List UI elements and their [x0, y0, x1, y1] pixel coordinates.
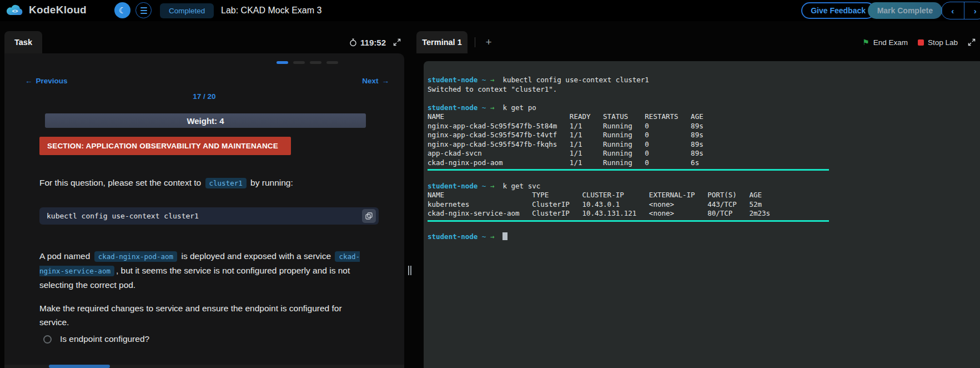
question-pager: ‹ ›: [941, 2, 980, 19]
terminal-line: Switched to context "cluster1".: [428, 85, 973, 95]
task-instruction: Make the required changes to service and…: [39, 301, 373, 329]
prompt-host: student-node: [428, 182, 478, 190]
prompt-gap: [494, 182, 502, 190]
terminal-output: NAME TYPE CLUSTER-IP EXTERNAL-IP PORT(S)…: [428, 191, 762, 199]
weight-bar: Weight: 4: [45, 113, 366, 128]
question-counter: 17 / 20: [4, 92, 404, 101]
inline-code: ckad-nginx-pod-aom: [94, 251, 177, 262]
prompt-host: student-node: [428, 232, 478, 241]
add-terminal-button[interactable]: +: [480, 31, 497, 53]
stopwatch-icon: [349, 38, 357, 47]
prompt-cwd: ~: [478, 76, 490, 84]
expand-terminal-icon[interactable]: [968, 38, 976, 46]
terminal-body[interactable]: student-node ~ → kubectl config use-cont…: [424, 61, 980, 368]
terminal-blank-line: [428, 223, 973, 233]
task-description: A pod named ckad-nginx-pod-aom is deploy…: [39, 249, 373, 292]
arrow-left-icon: ←: [25, 77, 33, 85]
prompt-cwd: ~: [478, 182, 490, 190]
terminal-line: student-node ~ → k get po: [428, 103, 973, 113]
prompt-host: student-node: [428, 76, 478, 84]
panel-resize-handle[interactable]: [408, 266, 411, 275]
app-window: <> KodeKloud ☾ Completed Lab: CKAD Mock …: [0, 0, 980, 368]
terminal-cursor: [502, 232, 507, 240]
progress-dash: [277, 61, 288, 64]
terminal-line: ckad-nginx-service-aom ClusterIP 10.43.1…: [428, 209, 973, 218]
next-label: Next: [362, 77, 378, 85]
task-intro: For this question, please set the contex…: [39, 176, 373, 190]
copy-command-button[interactable]: [362, 209, 376, 223]
lab-title: Lab: CKAD Mock Exam 3: [221, 0, 321, 21]
endpoint-radio-label: Is endpoint configured?: [60, 334, 149, 344]
menu-button[interactable]: [135, 2, 152, 18]
copy-icon: [365, 212, 373, 220]
endpoint-radio[interactable]: [43, 335, 52, 344]
section-banner: SECTION: APPLICATION OBSERVABILITY AND M…: [39, 137, 291, 155]
terminal-output: nginx-app-ckad-5c95f547fb-5t84m 1/1 Runn…: [428, 122, 703, 130]
prompt-host: student-node: [428, 103, 478, 112]
terminal-output: nginx-app-ckad-5c95f547fb-fkqhs 1/1 Runn…: [428, 140, 703, 148]
top-bar: <> KodeKloud ☾ Completed Lab: CKAD Mock …: [0, 0, 980, 21]
text-segment: by running:: [248, 178, 293, 187]
terminal-line: ckad-nginx-pod-aom 1/1 Running 0 6s: [428, 158, 973, 168]
stop-lab-button[interactable]: Stop Lab: [918, 38, 958, 47]
prompt-gap: [494, 76, 502, 84]
question-check-row: Is endpoint configured?: [43, 334, 149, 344]
terminal-line: nginx-app-ckad-5c95f547fb-fkqhs 1/1 Runn…: [428, 140, 973, 150]
stop-lab-label: Stop Lab: [928, 38, 958, 47]
terminal-line: app-ckad-svcn 1/1 Running 0 89s: [428, 149, 973, 158]
kodekloud-logo-icon: <>: [6, 3, 24, 17]
terminal-controls: ⚑ End Exam Stop Lab: [862, 31, 976, 53]
task-horizontal-scrollbar: [4, 365, 404, 368]
text-segment: is deployed and exposed with a service: [179, 251, 333, 261]
terminal-separator: [428, 169, 829, 171]
task-body: ← Previous Next → 17 / 20 Weight: 4 SECT…: [4, 53, 404, 368]
inline-code: cluster1: [205, 178, 247, 188]
chevron-left-icon[interactable]: ‹: [942, 2, 964, 19]
stop-square-icon: [918, 39, 924, 46]
tab-task[interactable]: Task: [4, 31, 42, 53]
text-segment: A pod named: [39, 251, 93, 261]
progress-dash: [326, 61, 338, 64]
end-exam-button[interactable]: ⚑ End Exam: [862, 38, 908, 47]
tab-terminal-1[interactable]: Terminal 1: [416, 31, 468, 53]
previous-question-link[interactable]: ← Previous: [25, 77, 68, 85]
terminal-output: ckad-nginx-service-aom ClusterIP 10.43.1…: [428, 209, 770, 217]
task-scrollbar-thumb[interactable]: [49, 365, 110, 368]
command-text: kubectl config use-context cluster1: [39, 212, 199, 220]
terminal-line: nginx-app-ckad-5c95f547fb-5t84m 1/1 Runn…: [428, 122, 973, 131]
prompt-cwd: ~: [478, 232, 490, 241]
task-panel-controls: 119:52: [349, 31, 401, 53]
terminal-output: app-ckad-svcn 1/1 Running 0 89s: [428, 149, 703, 157]
terminal-output: NAME READY STATUS RESTARTS AGE: [428, 112, 703, 121]
terminal-panel: Terminal 1 + ⚑ End Exam Stop Lab student…: [416, 31, 980, 368]
exam-timer: 119:52: [349, 38, 386, 47]
terminal-output: kubernetes ClusterIP 10.43.0.1 <none> 44…: [428, 200, 762, 208]
timer-value: 119:52: [360, 38, 386, 47]
end-exam-label: End Exam: [873, 38, 908, 47]
terminal-command: kubectl config use-context cluster1: [502, 76, 649, 84]
text-segment: For this question, please set the contex…: [39, 178, 204, 187]
brand-name: KodeKloud: [29, 4, 87, 16]
progress-dashes: [277, 61, 338, 64]
prompt-cwd: ~: [478, 103, 490, 112]
give-feedback-button[interactable]: Give Feedback: [801, 2, 875, 19]
next-question-link[interactable]: Next →: [362, 77, 389, 85]
prompt-gap: [494, 103, 502, 112]
dark-mode-toggle[interactable]: ☾: [114, 2, 130, 18]
terminal-blank-line: [428, 172, 973, 182]
task-panel: Task 119:52 ← Previous: [4, 31, 404, 368]
terminal-line: nginx-app-ckad-5c95f547fb-t4vtf 1/1 Runn…: [428, 131, 973, 140]
hamburger-icon: [140, 7, 147, 14]
status-badge[interactable]: Completed: [160, 3, 214, 18]
arrow-right-icon: →: [382, 77, 390, 85]
svg-text:<>: <>: [12, 8, 18, 14]
kodekloud-brand[interactable]: <> KodeKloud: [6, 3, 87, 17]
chevron-right-icon[interactable]: ›: [964, 2, 980, 19]
terminal-line: student-node ~ →: [428, 232, 973, 242]
terminal-output: Switched to context "cluster1".: [428, 85, 557, 93]
moon-icon: ☾: [119, 6, 126, 16]
expand-task-icon[interactable]: [393, 38, 401, 46]
terminal-blank-line: [428, 94, 973, 103]
mark-complete-button[interactable]: Mark Complete: [868, 2, 942, 19]
terminal-output: ckad-nginx-pod-aom 1/1 Running 0 6s: [428, 158, 699, 167]
